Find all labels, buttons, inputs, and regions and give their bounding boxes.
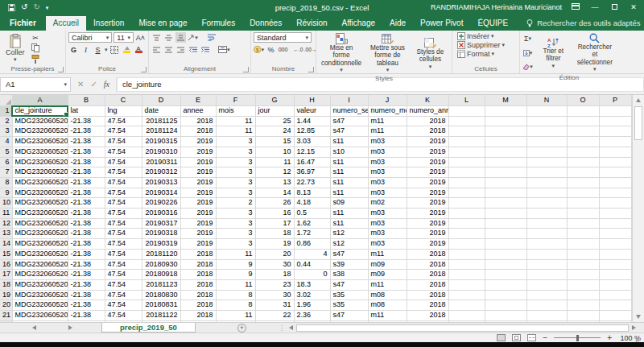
cell-B1[interactable]: lat (68, 106, 105, 117)
ribbon-tab--quipe[interactable]: ÉQUIPE (470, 16, 515, 31)
cell-N14[interactable] (526, 239, 567, 250)
row-header-9[interactable]: 9 (0, 188, 12, 198)
cell-K4[interactable]: 2019 (407, 137, 448, 147)
cell-M5[interactable] (485, 147, 526, 157)
cell-D15[interactable]: 20181120 (142, 249, 180, 259)
cell-M4[interactable] (485, 137, 526, 147)
vertical-scroll-thumb[interactable] (634, 106, 642, 140)
wrap-text-icon[interactable] (206, 32, 217, 43)
cell-A2[interactable]: MDG23206052012 (12, 116, 68, 126)
cell-C21[interactable]: 47.54 (105, 311, 142, 321)
cell-G16[interactable]: 30 (255, 259, 294, 270)
save-icon[interactable] (8, 4, 15, 11)
cell-A1[interactable]: cle_jointure (12, 106, 68, 117)
cell-N20[interactable] (526, 300, 567, 311)
cell-K10[interactable]: 2019 (407, 198, 448, 209)
clear-icon[interactable]: ▾ (522, 62, 533, 72)
cell-O10[interactable] (567, 198, 599, 209)
row-header-16[interactable]: 16 (0, 259, 12, 270)
cell-E3[interactable]: 2018 (180, 126, 216, 137)
cell-I7[interactable]: s11 (330, 167, 368, 178)
column-header-G[interactable]: G (255, 95, 294, 106)
cell-K8[interactable]: 2019 (407, 177, 448, 188)
sort-filter-button[interactable]: AZ Trier et filtrer ▾ (535, 32, 572, 73)
cell-I17[interactable]: s38 (330, 270, 368, 280)
cell-C17[interactable]: 47.54 (105, 270, 142, 280)
cell-P19[interactable] (599, 290, 631, 300)
row-header-7[interactable]: 7 (0, 167, 12, 178)
comma-style-icon[interactable]: 000 (278, 44, 288, 55)
cell-E19[interactable]: 2018 (180, 290, 216, 300)
cell-I20[interactable]: s35 (330, 300, 368, 311)
cell-E21[interactable]: 2018 (180, 311, 216, 321)
cell-J7[interactable]: m03 (368, 167, 407, 178)
cell-P2[interactable] (599, 116, 631, 126)
cell-N17[interactable] (526, 270, 567, 280)
cell-M10[interactable] (485, 198, 526, 209)
cell-D19[interactable]: 20180830 (142, 290, 180, 300)
cell-I18[interactable]: s47 (330, 279, 368, 290)
cell-P11[interactable] (599, 209, 631, 219)
cell-B3[interactable]: -21.38 (68, 126, 105, 137)
ribbon-tab-insertion[interactable]: Insertion (86, 16, 131, 31)
row-header-19[interactable]: 19 (0, 290, 12, 300)
cell-L15[interactable] (448, 249, 485, 259)
cell-O1[interactable] (567, 106, 599, 117)
cell-H8[interactable]: 22.73 (294, 177, 330, 188)
cell-D1[interactable]: date (142, 106, 180, 117)
cell-B10[interactable]: -21.38 (68, 198, 105, 209)
cell-J13[interactable]: m03 (368, 229, 407, 239)
cell-L18[interactable] (448, 279, 485, 290)
cell-L10[interactable] (448, 198, 485, 209)
page-layout-view-icon[interactable] (512, 334, 521, 341)
cell-F4[interactable]: 3 (216, 137, 255, 147)
cell-C8[interactable]: 47.54 (105, 177, 142, 188)
cell-K13[interactable]: 2019 (407, 229, 448, 239)
cell-I11[interactable]: s11 (330, 209, 368, 219)
cell-I13[interactable]: s12 (330, 229, 368, 239)
orientation-icon[interactable]: ▾ (188, 32, 198, 43)
cell-H20[interactable]: 1.96 (294, 300, 330, 311)
scroll-up-icon[interactable] (632, 95, 644, 105)
cell-O8[interactable] (567, 177, 599, 188)
column-header-A[interactable]: A (12, 95, 68, 106)
column-header-H[interactable]: H (294, 95, 330, 106)
cell-E15[interactable]: 2018 (180, 249, 216, 259)
cell-F2[interactable]: 11 (216, 116, 255, 126)
cell-D16[interactable]: 20180930 (142, 259, 180, 270)
cell-I19[interactable]: s35 (330, 290, 368, 300)
align-center-icon[interactable] (163, 44, 174, 55)
cell-K1[interactable]: numero_annee (407, 106, 448, 117)
cell-K2[interactable]: 2018 (407, 116, 448, 126)
collapse-ribbon-icon[interactable]: ˄ (635, 337, 639, 345)
cell-P10[interactable] (599, 198, 631, 209)
cell-M1[interactable] (485, 106, 526, 117)
cell-N6[interactable] (526, 157, 567, 167)
cell-G13[interactable]: 18 (255, 229, 294, 239)
font-color-icon[interactable]: A (134, 44, 144, 55)
cell-B6[interactable]: -21.38 (68, 157, 105, 167)
decrease-indent-icon[interactable] (188, 44, 198, 55)
cell-F5[interactable]: 3 (216, 147, 255, 157)
cell-P5[interactable] (599, 147, 631, 157)
number-dialog-launcher[interactable] (308, 67, 314, 72)
cell-B20[interactable]: -21.38 (68, 300, 105, 311)
decrease-decimal-icon[interactable]: .00→ (305, 44, 316, 55)
row-header-6[interactable]: 6 (0, 157, 12, 167)
cell-K3[interactable]: 2018 (407, 126, 448, 137)
cell-H14[interactable]: 0.86 (294, 239, 330, 250)
column-header-F[interactable]: F (216, 95, 255, 106)
cell-B11[interactable]: -21.38 (68, 209, 105, 219)
column-header-I[interactable]: I (330, 95, 368, 106)
cut-icon[interactable]: ✂ (31, 32, 41, 43)
cell-I9[interactable]: s11 (330, 188, 368, 198)
cell-H3[interactable]: 12.85 (294, 126, 330, 137)
cell-J14[interactable]: m03 (368, 239, 407, 250)
cell-O9[interactable] (567, 188, 599, 198)
minimize-button[interactable]: — (589, 0, 601, 14)
cell-A5[interactable]: MDG23206052012 (12, 147, 68, 157)
zoom-slider-thumb[interactable] (576, 335, 579, 341)
cell-C20[interactable]: 47.54 (105, 300, 142, 311)
alignment-dialog-launcher[interactable] (243, 67, 249, 72)
cell-F17[interactable]: 9 (216, 270, 255, 280)
